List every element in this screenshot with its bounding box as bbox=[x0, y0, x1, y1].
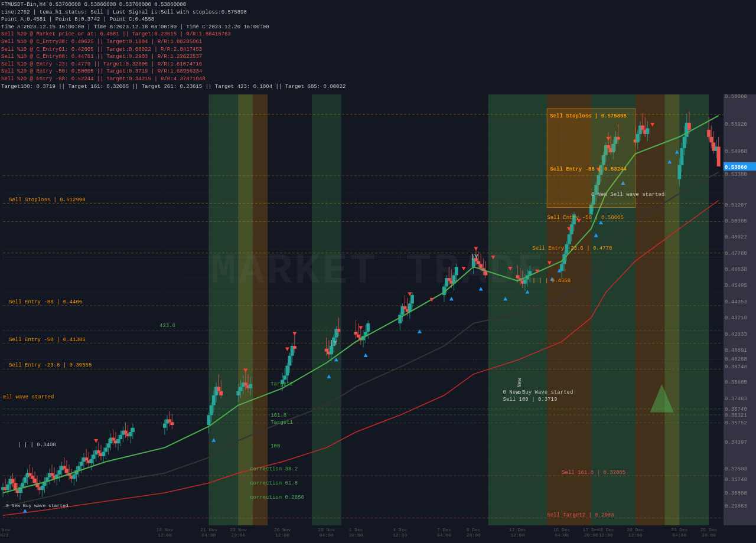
chart-container: FTMUSDT-Bin,H4 0.53760000 0.53860000 0.5… bbox=[0, 0, 756, 543]
chart-canvas bbox=[0, 0, 756, 543]
